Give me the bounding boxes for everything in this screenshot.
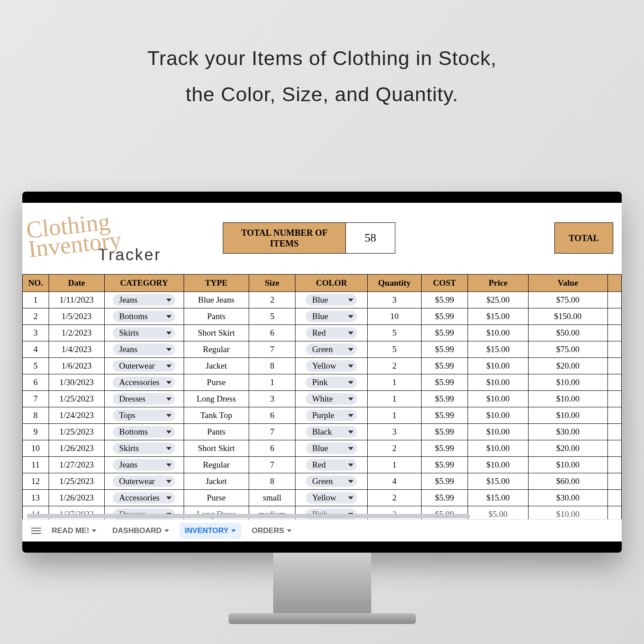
cell-color[interactable]: White — [295, 391, 368, 407]
table-row[interactable]: 41/4/2023JeansRegular7Green5$5.99$15.00$… — [23, 341, 622, 358]
cell-date[interactable]: 1/4/2023 — [49, 341, 104, 358]
cell-no[interactable]: 1 — [23, 292, 49, 308]
cell-color[interactable]: Red — [295, 325, 368, 341]
header-size[interactable]: Size — [249, 275, 295, 292]
category-dropdown[interactable]: Skirts — [113, 327, 175, 339]
header-type[interactable]: TYPE — [184, 275, 249, 292]
color-dropdown[interactable]: Black — [306, 426, 357, 438]
table-row[interactable]: 101/26/2023SkirtsShort Skirt6Blue2$5.99$… — [23, 440, 622, 457]
cell-quantity[interactable]: 1 — [368, 407, 421, 424]
cell-value[interactable]: $30.00 — [528, 424, 607, 440]
cell-color[interactable]: Green — [295, 473, 368, 490]
table-row[interactable]: 81/24/2023TopsTank Top6Purple1$5.99$10.0… — [23, 407, 622, 424]
cell-overflow[interactable] — [607, 407, 621, 424]
cell-date[interactable]: 1/25/2023 — [49, 473, 104, 490]
category-dropdown[interactable]: Skirts — [113, 443, 175, 454]
cell-cost[interactable]: $5.99 — [421, 325, 468, 341]
table-row[interactable]: 51/6/2023OuterwearJacket8Yellow2$5.99$10… — [23, 358, 622, 374]
cell-value[interactable]: $75.00 — [528, 341, 607, 358]
table-row[interactable]: 111/27/2023JeansRegular7Red1$5.99$10.00$… — [23, 457, 622, 473]
cell-cost[interactable]: $5.99 — [421, 457, 468, 473]
cell-category[interactable]: Skirts — [104, 325, 184, 341]
cell-quantity[interactable]: 1 — [368, 391, 421, 407]
tab-dashboard[interactable]: DASHBOARD — [107, 523, 174, 539]
cell-price[interactable]: $10.00 — [468, 440, 529, 457]
tab-readme[interactable]: READ ME! — [46, 523, 102, 539]
cell-type[interactable]: Jacket — [184, 358, 249, 374]
cell-cost[interactable]: $5.99 — [421, 358, 468, 374]
cell-cost[interactable]: $5.99 — [421, 308, 468, 325]
cell-size[interactable]: 7 — [249, 341, 295, 358]
cell-no[interactable]: 11 — [23, 457, 49, 473]
cell-value[interactable]: $10.00 — [528, 391, 607, 407]
cell-quantity[interactable]: 1 — [368, 457, 421, 473]
cell-type[interactable]: Tank Top — [184, 407, 249, 424]
cell-overflow[interactable] — [607, 391, 621, 407]
cell-date[interactable]: 1/25/2023 — [49, 424, 104, 440]
color-dropdown[interactable]: Red — [306, 327, 357, 339]
cell-size[interactable]: 6 — [249, 407, 295, 424]
table-row[interactable]: 121/25/2023OuterwearJacket8Green4$5.99$1… — [23, 473, 622, 490]
cell-price[interactable]: $10.00 — [468, 457, 529, 473]
cell-no[interactable]: 13 — [23, 490, 49, 506]
cell-category[interactable]: Skirts — [104, 440, 184, 457]
cell-date[interactable]: 1/25/2023 — [49, 391, 104, 407]
cell-color[interactable]: Blue — [295, 440, 368, 457]
color-dropdown[interactable]: Yellow — [306, 492, 357, 504]
color-dropdown[interactable]: Red — [306, 459, 357, 471]
cell-cost[interactable]: $5.99 — [421, 341, 468, 358]
cell-date[interactable]: 1/5/2023 — [49, 308, 104, 325]
cell-date[interactable]: 1/2/2023 — [49, 325, 104, 341]
cell-overflow[interactable] — [607, 325, 621, 341]
cell-no[interactable]: 9 — [23, 424, 49, 440]
cell-type[interactable]: Short Skirt — [184, 440, 249, 457]
cell-overflow[interactable] — [607, 341, 621, 358]
table-row[interactable]: 31/2/2023SkirtsShort Skirt6Red5$5.99$10.… — [23, 325, 622, 341]
cell-category[interactable]: Jeans — [104, 341, 184, 358]
cell-quantity[interactable]: 3 — [368, 292, 421, 308]
cell-category[interactable]: Tops — [104, 407, 184, 424]
cell-price[interactable]: $10.00 — [468, 424, 529, 440]
cell-quantity[interactable]: 2 — [368, 358, 421, 374]
cell-overflow[interactable] — [607, 473, 621, 490]
cell-type[interactable]: Pants — [184, 424, 249, 440]
cell-size[interactable]: small — [249, 490, 295, 506]
table-row[interactable]: 21/5/2023BottomsPants5Blue10$5.99$15.00$… — [23, 308, 622, 325]
header-category[interactable]: CATEGORY — [104, 275, 184, 292]
table-row[interactable]: 71/25/2023DressesLong Dress3White1$5.99$… — [23, 391, 622, 407]
cell-overflow[interactable] — [607, 440, 621, 457]
header-quantity[interactable]: Quantity — [368, 275, 421, 292]
cell-type[interactable]: Pants — [184, 308, 249, 325]
color-dropdown[interactable]: Yellow — [306, 360, 357, 372]
color-dropdown[interactable]: Blue — [306, 311, 357, 322]
category-dropdown[interactable]: Outerwear — [113, 476, 175, 487]
cell-value[interactable]: $10.00 — [528, 457, 607, 473]
cell-date[interactable]: 1/30/2023 — [49, 374, 104, 391]
horizontal-scrollbar[interactable] — [27, 514, 470, 518]
cell-size[interactable]: 6 — [249, 440, 295, 457]
cell-cost[interactable]: $5.99 — [421, 440, 468, 457]
cell-overflow[interactable] — [607, 308, 621, 325]
cell-quantity[interactable]: 5 — [368, 325, 421, 341]
color-dropdown[interactable]: Pink — [306, 377, 357, 388]
cell-color[interactable]: Black — [295, 424, 368, 440]
cell-size[interactable]: 8 — [249, 473, 295, 490]
cell-price[interactable]: $15.00 — [468, 341, 529, 358]
cell-price[interactable]: $10.00 — [468, 374, 529, 391]
cell-no[interactable]: 8 — [23, 407, 49, 424]
cell-color[interactable]: Green — [295, 341, 368, 358]
cell-value[interactable]: $10.00 — [528, 407, 607, 424]
cell-price[interactable]: $25.00 — [468, 292, 529, 308]
cell-category[interactable]: Dresses — [104, 391, 184, 407]
cell-value[interactable]: $60.00 — [528, 473, 607, 490]
cell-overflow[interactable] — [607, 374, 621, 391]
cell-cost[interactable]: $5.99 — [421, 473, 468, 490]
header-cost[interactable]: COST — [421, 275, 468, 292]
cell-no[interactable]: 5 — [23, 358, 49, 374]
cell-date[interactable]: 1/24/2023 — [49, 407, 104, 424]
category-dropdown[interactable]: Dresses — [113, 393, 175, 405]
cell-size[interactable]: 7 — [249, 457, 295, 473]
header-no[interactable]: NO. — [23, 275, 49, 292]
cell-value[interactable]: $150.00 — [528, 308, 607, 325]
cell-color[interactable]: Pink — [295, 374, 368, 391]
